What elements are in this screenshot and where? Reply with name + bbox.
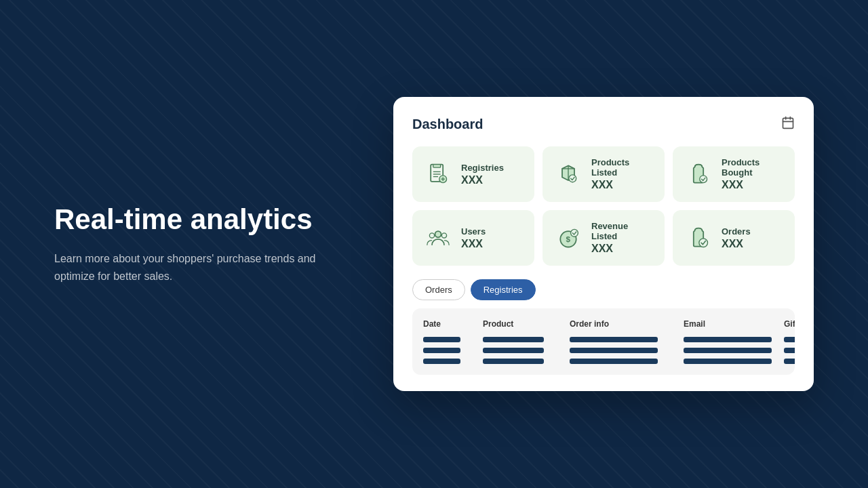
stat-value-revenue-listed: XXX [591, 243, 654, 255]
stat-label-registries: Registries [461, 163, 504, 173]
orders-icon [684, 223, 713, 253]
table-row [423, 348, 784, 353]
svg-point-18 [441, 233, 446, 238]
stat-card-products-bought: Products Bought XXX [673, 146, 795, 202]
stat-value-products-listed: XXX [591, 179, 654, 191]
stat-value-registries: XXX [461, 174, 504, 186]
table-row [423, 359, 784, 364]
svg-point-21 [571, 229, 578, 237]
tab-bar: Orders Registries [412, 279, 795, 300]
cell-bar [684, 337, 772, 342]
col-gifter: Gifter [784, 319, 795, 329]
tab-registries[interactable]: Registries [471, 279, 536, 300]
table-wrapper: Date Product Order info Email Gifter Reg… [412, 308, 795, 375]
calendar-icon[interactable] [781, 116, 795, 133]
stat-value-users: XXX [461, 238, 486, 250]
stat-card-orders: Orders XXX [673, 210, 795, 266]
cell-bar [684, 359, 772, 364]
col-date: Date [423, 319, 477, 329]
svg-point-15 [700, 176, 707, 183]
stat-value-products-bought: XXX [722, 179, 784, 191]
dashboard-header: Dashboard [412, 116, 795, 133]
table-header: Date Product Order info Email Gifter Reg… [423, 319, 784, 329]
stat-value-orders: XXX [722, 238, 751, 250]
users-icon [423, 223, 453, 253]
cell-bar [784, 348, 795, 353]
cell-bar [423, 337, 460, 342]
cell-bar [483, 348, 544, 353]
table-row [423, 337, 784, 342]
col-email: Email [684, 319, 778, 329]
hero-section: Real-time analytics Learn more about you… [54, 203, 339, 285]
cell-bar [570, 359, 658, 364]
cell-bar [784, 337, 795, 342]
cell-bar [423, 359, 460, 364]
svg-point-16 [435, 231, 441, 237]
hero-description: Learn more about your shoppers' purchase… [54, 251, 339, 285]
cell-bar [423, 348, 460, 353]
stat-label-products-listed: Products Listed [591, 157, 654, 178]
svg-rect-5 [433, 165, 441, 168]
stat-card-revenue-listed: $ Revenue Listed XXX [542, 210, 665, 266]
products-listed-icon [553, 159, 583, 189]
revenue-icon: $ [553, 223, 583, 253]
svg-point-14 [569, 175, 576, 182]
stat-card-users: Users XXX [412, 210, 534, 266]
cell-bar [483, 337, 544, 342]
cell-bar [784, 359, 795, 364]
stat-info-products-listed: Products Listed XXX [591, 157, 654, 191]
products-bought-icon [684, 159, 713, 189]
stat-card-products-listed: Products Listed XXX [542, 146, 665, 202]
tab-orders[interactable]: Orders [412, 279, 465, 300]
table-rows [423, 337, 784, 364]
cell-bar [570, 348, 658, 353]
dashboard-card: Dashboard [393, 97, 814, 391]
svg-rect-0 [783, 118, 793, 128]
col-order-info: Order info [570, 319, 678, 329]
stat-card-registries: Registries XXX [412, 146, 534, 202]
cell-bar [483, 359, 544, 364]
svg-point-22 [699, 239, 708, 247]
stat-label-orders: Orders [722, 226, 751, 237]
col-product: Product [483, 319, 564, 329]
stat-info-revenue-listed: Revenue Listed XXX [591, 221, 654, 255]
stat-info-registries: Registries XXX [461, 163, 504, 186]
dashboard-title: Dashboard [412, 117, 483, 132]
svg-point-17 [429, 233, 434, 238]
stat-label-revenue-listed: Revenue Listed [591, 221, 654, 241]
stat-label-users: Users [461, 226, 486, 237]
stat-info-products-bought: Products Bought XXX [722, 157, 784, 191]
cell-bar [684, 348, 772, 353]
stats-grid: Registries XXX Products Listed XXX [412, 146, 795, 266]
stat-info-orders: Orders XXX [722, 226, 751, 250]
hero-title: Real-time analytics [54, 203, 339, 237]
registries-icon [423, 159, 453, 189]
stat-info-users: Users XXX [461, 226, 486, 250]
stat-label-products-bought: Products Bought [722, 157, 784, 178]
svg-text:$: $ [566, 235, 570, 243]
cell-bar [570, 337, 658, 342]
